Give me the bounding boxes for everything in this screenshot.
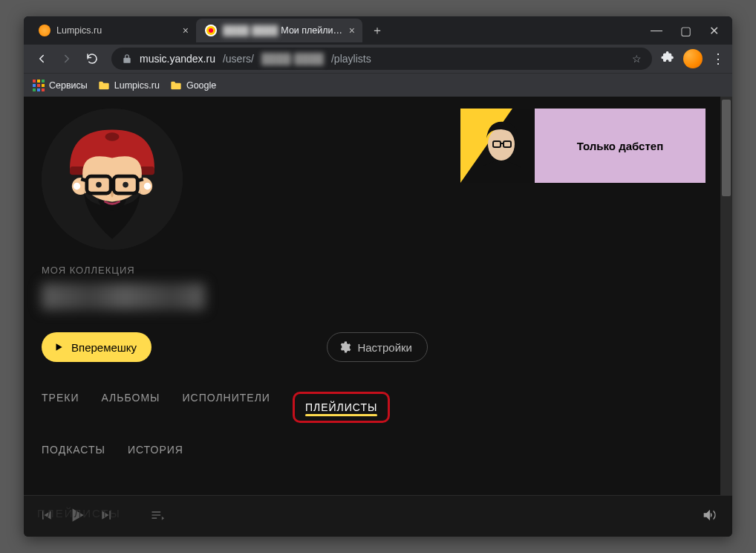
vertical-scrollbar[interactable] [720,97,732,495]
settings-label: Настройки [357,341,412,354]
bookmark-label: Сервисы [49,80,88,91]
window-controls: — ▢ ✕ [643,16,726,45]
svg-point-7 [74,183,81,190]
shuffle-label: Вперемешку [71,341,137,354]
tab-playlists-highlighted[interactable]: ПЛЕЙЛИСТЫ [293,392,391,423]
url-host: music.yandex.ru [140,53,215,65]
svg-line-13 [137,179,143,181]
close-icon[interactable]: × [349,25,355,36]
page-content: МОЯ КОЛЛЕКЦИЯ Вперемешку Настройки ТРЕКИ… [24,97,732,495]
section-label: МОЯ КОЛЛЕКЦИЯ [42,265,450,276]
folder-icon [98,80,110,91]
profile-avatar-button[interactable] [683,49,703,68]
lock-icon [122,54,132,64]
reload-button[interactable] [82,48,102,69]
bookmark-label: Google [186,80,216,91]
url-user-blurred: ████-████ [261,53,324,65]
close-window-icon[interactable]: ✕ [709,24,719,38]
player-bar: ПЛЕЙЛИСТЫ [24,495,732,537]
tab-tracks[interactable]: ТРЕКИ [42,392,79,423]
volume-button[interactable] [701,507,717,526]
extensions-icon[interactable] [661,51,674,67]
tab-albums[interactable]: АЛЬБОМЫ [101,392,160,423]
browser-window: Lumpics.ru × ████ ████ Мои плейлисты на … [24,16,732,537]
tab-lumpics[interactable]: Lumpics.ru × [30,19,196,42]
playlist-card[interactable]: Только дабстеп [460,109,706,183]
svg-point-4 [105,132,120,140]
scroll-thumb[interactable] [722,100,731,196]
apps-grid-icon [33,80,45,91]
tab-podcasts[interactable]: ПОДКАСТЫ [42,444,105,459]
tab-history[interactable]: ИСТОРИЯ [128,444,183,459]
favicon-yandexmusic-icon [205,25,217,36]
folder-icon [170,80,182,91]
minimize-icon[interactable]: — [651,24,662,37]
queue-button[interactable] [150,508,165,525]
browser-toolbar: music.yandex.ru/users/████-████/playlist… [24,45,732,73]
tab-bar: Lumpics.ru × ████ ████ Мои плейлисты на … [24,16,732,45]
user-avatar[interactable] [42,109,183,250]
bookmarks-bar: Сервисы Lumpics.ru Google [24,73,732,97]
shuffle-button[interactable]: Вперемешку [42,332,151,362]
close-icon[interactable]: × [183,25,189,36]
bookmark-google[interactable]: Google [170,80,216,91]
back-button[interactable] [31,48,52,69]
playlist-cover [460,109,535,183]
new-tab-button[interactable]: ＋ [367,20,388,41]
bookmark-apps[interactable]: Сервисы [33,80,88,91]
playlist-title: Только дабстеп [535,109,706,183]
active-underline [305,414,378,416]
play-icon [53,342,64,352]
svg-point-15 [123,182,128,188]
url-path2: /playlists [331,53,371,65]
tab-title: Мои плейлисты на Я [281,25,342,36]
bookmark-label: Lumpics.ru [114,80,160,91]
forward-button[interactable] [56,48,77,69]
playlists-aside: Только дабстеп [450,97,720,495]
svg-line-12 [81,179,87,181]
tab-title: Lumpics.ru [56,25,177,36]
ghost-text: ПЛЕЙЛИСТЫ [37,507,121,520]
svg-point-14 [96,182,102,188]
username-blurred [42,283,205,310]
address-bar[interactable]: music.yandex.ru/users/████-████/playlist… [111,48,652,70]
favicon-lumpics-icon [39,25,50,36]
maximize-icon[interactable]: ▢ [680,24,691,38]
bookmark-star-icon[interactable]: ☆ [632,53,642,65]
svg-point-1 [209,28,213,33]
tab-artists[interactable]: ИСПОЛНИТЕЛИ [182,392,270,423]
svg-point-8 [144,183,151,190]
menu-icon[interactable]: ⋮ [711,51,725,67]
settings-button[interactable]: Настройки [327,332,428,362]
profile-section: МОЯ КОЛЛЕКЦИЯ Вперемешку Настройки ТРЕКИ… [24,97,450,495]
tab-yandex-music[interactable]: ████ ████ Мои плейлисты на Я × [196,19,362,42]
collection-tabs: ТРЕКИ АЛЬБОМЫ ИСПОЛНИТЕЛИ ПЛЕЙЛИСТЫ ПОДК… [42,392,450,459]
tab-title-blurred: ████ ████ [223,25,278,36]
url-path1: /users/ [223,53,254,65]
bookmark-lumpics[interactable]: Lumpics.ru [98,80,160,91]
gear-icon [338,340,351,354]
